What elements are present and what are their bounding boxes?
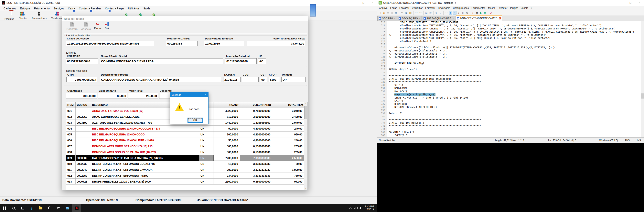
cst-field[interactable]: 00 [260, 77, 267, 82]
npp-menu-localizar[interactable]: Localizar [398, 7, 410, 10]
valor-unitario-field[interactable]: 8.5000 [98, 93, 127, 99]
valor-total-field[interactable]: 2550.00 [128, 93, 158, 99]
close-icon[interactable]: × [202, 92, 208, 97]
edge-taskbar-button[interactable]: e [27, 204, 36, 212]
inscricao-estadual-field[interactable]: 0101780000166 [225, 58, 256, 64]
clock-left[interactable]: 9:43 PM 1/17/2019 [362, 205, 376, 211]
data-emissao-field[interactable]: 10/01/2019 [204, 41, 244, 46]
sgc-menu-contas-a-pagar[interactable]: Contas a Pagar [103, 7, 126, 10]
npp-menu-formatar[interactable]: Formatar [424, 7, 437, 10]
save-icon[interactable]: ▤ [386, 11, 390, 15]
indent-guide-icon[interactable]: ⋮ [453, 11, 456, 15]
table-row[interactable]: 0110002240DESINF COIMBRA 6X2 PERFUMADO L… [66, 167, 307, 173]
npp-menu-?[interactable]: ? [530, 7, 534, 10]
close-tab-icon[interactable]: × [499, 17, 501, 20]
fornecedores-button[interactable]: Fornecedores [32, 12, 46, 20]
table-row[interactable]: 008BOMBOM LACTA SONHO DE VALSA 1KG (10) … [66, 149, 307, 155]
record-macro-icon[interactable]: ● [471, 11, 475, 15]
cest-field[interactable] [242, 77, 258, 82]
uf-field[interactable]: AC [258, 58, 266, 64]
new-file-icon[interactable]: ▢ [378, 11, 382, 15]
start-taskbar-button[interactable] [0, 204, 9, 212]
scrollbar-thumb[interactable] [641, 94, 644, 98]
npp-menu-linguagem[interactable]: Linguagem [437, 7, 452, 10]
statusbar-ins[interactable]: INS [635, 138, 644, 143]
scroll-down-icon[interactable]: ▼ [304, 187, 308, 190]
descricao-produto-field[interactable]: CALDO ARISCO 24X19G GALINHA CAIPIRA (20)… [100, 77, 221, 82]
sgc-taskbar-button[interactable]: S [72, 204, 81, 212]
paste-icon[interactable]: ▧ [408, 11, 412, 15]
warning-titlebar[interactable]: Cuidado × [170, 92, 208, 97]
tab-abrearquivos.prg[interactable]: ABREARQUIVOS.PRG× [422, 16, 455, 20]
play-macro-icon[interactable]: ▶ [479, 11, 483, 15]
tab-sgc.prg[interactable]: SGC.PRG× [377, 16, 397, 20]
sgc-menu-faturamento[interactable]: Faturamento [32, 7, 52, 10]
table-row[interactable]: 0120002259DESINF COIMBRA 6X2 PERFUMADO P… [66, 173, 307, 179]
produtos-button[interactable]: Produtos [2, 12, 16, 20]
save-all-icon[interactable]: ▥ [390, 11, 394, 15]
cfop-field[interactable]: 5102 [268, 77, 280, 82]
sair-button[interactable]: ▶ Sair [103, 22, 111, 30]
scroll-up-icon[interactable]: ▲ [304, 102, 308, 106]
valor-total-nf-field[interactable]: 37.048,00 [247, 41, 305, 46]
ok-button[interactable]: OK [188, 118, 203, 123]
copy-icon[interactable]: ▣ [404, 11, 408, 15]
table-row[interactable]: 006BISC BELMA ROSQUINHA 10X800 LEITE - 1… [66, 138, 307, 143]
npp-menu-configura-es[interactable]: Configurações [452, 7, 470, 10]
doc-switcher-icon[interactable]: ⇆ [465, 11, 469, 15]
table-scrollbar[interactable]: ▲ ▼ [304, 102, 307, 190]
sgc-menu-saida[interactable]: Saida [141, 7, 152, 10]
stop-macro-icon[interactable]: ■ [475, 11, 479, 15]
spell-check-icon[interactable]: A [489, 11, 493, 15]
document-map-icon[interactable]: ▯ [461, 11, 465, 15]
mod-serie-danfe-field[interactable]: 000269388 [166, 41, 198, 46]
table-row[interactable]: 0130000728DROPS FREEGELLS 12X10 CEREJA (… [66, 179, 307, 184]
npp-menu-ferramentas[interactable]: Ferramentas [470, 7, 487, 10]
find-icon[interactable]: ◎ [424, 11, 428, 15]
razao-social-field[interactable]: COIMBRA IMPORTACAO E EXP LTDA [100, 58, 223, 64]
scrollbar-thumb[interactable] [304, 106, 307, 119]
table-row[interactable]: 004BISC BELMA ROSQUINHA 10X800 CHOCOLATE… [66, 126, 307, 132]
npp-menu-arquivo[interactable]: Arquivo [378, 7, 389, 10]
statusbar-encoding[interactable]: ANSI [623, 138, 635, 143]
volume-icon[interactable] [358, 204, 362, 212]
column-header-vlrunitario[interactable]: VLR.UNITARIO [240, 102, 272, 108]
replace-icon[interactable]: ⇄ [428, 11, 432, 15]
open-file-icon[interactable]: ▣ [382, 11, 386, 15]
close-icon[interactable]: × [368, 0, 377, 6]
associa-button[interactable]: Associa [80, 22, 92, 30]
gtin-field[interactable]: 7891700080514 [66, 77, 98, 82]
npp-menu-executar[interactable]: Executar [496, 7, 509, 10]
close-tab-icon[interactable]: × [419, 17, 420, 20]
photos-taskbar-button[interactable] [63, 204, 72, 212]
exclui-button[interactable]: ✂ Exclui [93, 22, 102, 30]
sgc-menu-estoque[interactable]: Estoque [18, 7, 32, 10]
minimize-icon[interactable]: − [617, 0, 626, 6]
column-header-quant[interactable]: QUANT [214, 102, 240, 108]
cut-icon[interactable]: ✂ [400, 11, 404, 15]
word-wrap-icon[interactable]: ↩ [444, 11, 448, 15]
maximize-icon[interactable]: □ [626, 0, 635, 6]
npp-menu-janela[interactable]: Janela [520, 7, 530, 10]
sgc-menu-serviços[interactable]: Serviços [52, 7, 66, 10]
sgc-menu-caixa[interactable]: Caixa [66, 7, 77, 10]
undo-icon[interactable]: ↶ [414, 11, 418, 15]
close-icon[interactable]: × [635, 0, 644, 6]
zoom-in-icon[interactable]: ⊕ [434, 11, 438, 15]
table-row[interactable]: 007BOMBOM LACTA OURO BRANCO 1KG (10) 213… [66, 143, 307, 149]
redo-icon[interactable]: ↷ [418, 11, 422, 15]
npp-menu-macro[interactable]: Macro [487, 7, 496, 10]
tab-notadeentradagrafica.prg[interactable]: NOTADEENTRADAGRAFICA.PRG× [456, 16, 502, 20]
table-row[interactable]: 005BISC BELMA ROSQUINHA 10X800 COCOUN200… [66, 132, 307, 138]
mail-taskbar-button[interactable] [54, 204, 63, 212]
close-tab-icon[interactable]: × [452, 17, 454, 20]
task-view-taskbar-button[interactable] [18, 204, 27, 212]
cnpj-field[interactable]: 06151921000646 [66, 58, 98, 64]
tab-sgcarq.prg[interactable]: SGCARQ.PRG× [397, 16, 422, 20]
table-row[interactable]: 0100002232DESINF COIMBRA 6X2 PERFUMADO E… [66, 161, 307, 167]
sgc-menu-cadastros[interactable]: Cadastros [2, 7, 18, 10]
editor-scrollbar[interactable] [641, 21, 644, 138]
file-explorer-taskbar-button[interactable] [36, 204, 45, 212]
column-header-codigo[interactable]: CODIGO [76, 102, 91, 108]
clientes-button[interactable]: Clientes [16, 12, 30, 20]
